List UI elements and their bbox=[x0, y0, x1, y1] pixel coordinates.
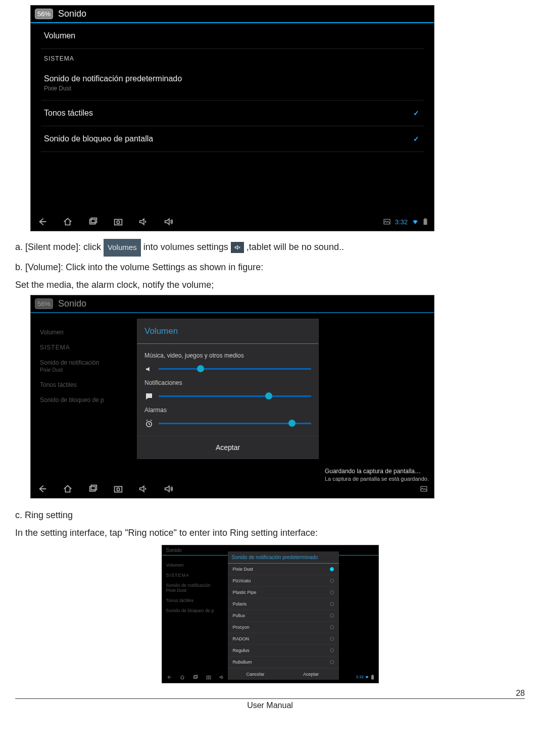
battery-icon bbox=[423, 218, 428, 225]
row-label: Sonido de notificación predeterminado bbox=[44, 74, 182, 83]
section-sistema: SISTEMA bbox=[41, 49, 424, 65]
radio-icon[interactable] bbox=[330, 648, 334, 652]
svg-rect-10 bbox=[115, 486, 122, 492]
svg-rect-6 bbox=[424, 218, 426, 219]
checkmark-icon[interactable]: ✓ bbox=[412, 109, 421, 118]
recent-apps-icon[interactable] bbox=[192, 674, 199, 680]
checkmark-icon[interactable]: ✓ bbox=[412, 134, 421, 143]
ringtone-row[interactable]: RADON bbox=[228, 633, 339, 645]
radio-icon[interactable] bbox=[330, 625, 334, 629]
ringtone-row[interactable]: Regulus bbox=[228, 645, 339, 657]
back-icon[interactable] bbox=[37, 483, 48, 494]
row-touch-tones[interactable]: Tonos táctiles ✓ bbox=[41, 100, 424, 126]
ringtone-row[interactable]: Rubidium bbox=[228, 657, 339, 668]
battery-badge: 56% bbox=[35, 9, 53, 19]
svg-point-11 bbox=[117, 488, 120, 491]
instruction-c-line2: In the setting interface, tap "Ring noti… bbox=[15, 526, 525, 540]
ringtone-row[interactable]: Polaris bbox=[228, 598, 339, 610]
row-sublabel: Pixie Dust bbox=[44, 85, 182, 92]
ringtone-row[interactable]: Pizzicato bbox=[228, 575, 339, 587]
instruction-c-line1: c. Ring setting bbox=[15, 509, 525, 522]
recent-apps-icon[interactable] bbox=[87, 216, 99, 227]
text: into volumes settings bbox=[143, 242, 228, 252]
clock-time: 3:32 bbox=[395, 218, 408, 226]
radio-icon[interactable] bbox=[330, 602, 334, 606]
screenshot-icon[interactable] bbox=[113, 216, 124, 227]
ringtone-label: Polaris bbox=[233, 601, 247, 607]
back-icon[interactable] bbox=[37, 216, 48, 227]
volume-down-icon[interactable] bbox=[219, 674, 225, 680]
radio-icon[interactable] bbox=[330, 637, 334, 641]
row-label: Volumen bbox=[44, 31, 75, 40]
ringtone-dialog: Sonido de notificación predeterminado Pi… bbox=[228, 551, 339, 680]
home-icon[interactable] bbox=[179, 674, 185, 680]
slider-alarm[interactable] bbox=[144, 417, 311, 431]
row-label: Tonos táctiles bbox=[44, 109, 93, 118]
header-bar: 56% Sonido bbox=[31, 6, 434, 23]
screenshot-sound-settings: 56% Sonido Volumen SISTEMA Sonido de not… bbox=[30, 5, 434, 231]
radio-icon[interactable] bbox=[330, 590, 334, 594]
volume-down-icon[interactable] bbox=[138, 216, 149, 227]
dialog-title: Volumen bbox=[137, 319, 318, 344]
ringtone-row[interactable]: Pixie Dust bbox=[228, 564, 339, 575]
ok-button[interactable]: Aceptar bbox=[283, 669, 339, 680]
slider-notif[interactable] bbox=[144, 389, 311, 404]
svg-rect-1 bbox=[91, 218, 96, 223]
svg-rect-2 bbox=[115, 219, 122, 225]
picture-icon bbox=[420, 485, 428, 493]
screenshot-volume-popup: 56% Sonido Volumen SISTEMA Sonido de not… bbox=[30, 295, 434, 498]
text: a. [Silent mode]: click bbox=[15, 242, 101, 252]
instruction-b-line1: b. [Volume]: Click into the volume Setti… bbox=[15, 261, 525, 274]
row-screen-lock-sound[interactable]: Sonido de bloqueo de pantalla ✓ bbox=[41, 126, 424, 152]
volume-dialog: Volumen Música, video, juegos y otros me… bbox=[137, 319, 319, 459]
row-label: Sonido de bloqueo de pantalla bbox=[44, 134, 153, 143]
ringtone-label: Pixie Dust bbox=[233, 567, 254, 572]
svg-rect-8 bbox=[90, 486, 95, 491]
wifi-icon bbox=[412, 218, 419, 225]
screen-title: Sonido bbox=[58, 9, 86, 19]
row-notif-sound[interactable]: Sonido de notificación predeterminado Pi… bbox=[41, 65, 424, 100]
svg-rect-0 bbox=[90, 219, 95, 224]
svg-rect-13 bbox=[193, 676, 197, 678]
screenshot-toast: Guardando la captura de pantalla… La cap… bbox=[325, 468, 429, 483]
ringtone-row[interactable]: Plastic Pipe bbox=[228, 587, 339, 598]
ringtone-label: Pollux bbox=[233, 613, 246, 618]
slider-media[interactable] bbox=[144, 362, 311, 376]
dimmed-sidebar: Volumen SISTEMA Sonido de notificaciónPi… bbox=[40, 321, 141, 412]
label-notif: Notificaciones bbox=[144, 379, 311, 386]
system-nav-bar: 3:32 bbox=[31, 213, 434, 231]
instruction-a: a. [Silent mode]: click Volumes into vol… bbox=[15, 239, 525, 257]
svg-rect-15 bbox=[207, 676, 211, 679]
row-volumen[interactable]: Volumen bbox=[41, 23, 424, 49]
screenshot-icon[interactable] bbox=[206, 674, 212, 680]
battery-icon bbox=[371, 675, 374, 680]
screen-title: Sonido bbox=[58, 298, 86, 309]
radio-icon[interactable] bbox=[330, 579, 334, 583]
radio-icon[interactable] bbox=[330, 660, 334, 664]
ringtone-row[interactable]: Procyon bbox=[228, 622, 339, 633]
text: ,tablet will be no sound.. bbox=[247, 242, 344, 252]
radio-icon[interactable] bbox=[330, 567, 334, 571]
ringtone-label: Pizzicato bbox=[233, 578, 251, 583]
recent-apps-icon[interactable] bbox=[87, 483, 99, 494]
volumes-button-image: Volumes bbox=[104, 239, 141, 257]
ringtone-row[interactable]: Pollux bbox=[228, 610, 339, 622]
volume-up-icon[interactable] bbox=[163, 216, 174, 227]
back-icon[interactable] bbox=[166, 674, 172, 680]
svg-point-16 bbox=[208, 677, 209, 678]
cancel-button[interactable]: Cancelar bbox=[228, 669, 283, 680]
home-icon[interactable] bbox=[62, 216, 73, 227]
home-icon[interactable] bbox=[62, 483, 73, 494]
chat-icon bbox=[144, 392, 154, 401]
volume-down-icon[interactable] bbox=[138, 483, 149, 494]
svg-rect-5 bbox=[424, 219, 427, 225]
page-footer: 28 User Manual bbox=[15, 698, 525, 710]
svg-rect-18 bbox=[372, 675, 373, 675]
volume-up-icon[interactable] bbox=[163, 483, 174, 494]
label-alarm: Alarmas bbox=[144, 407, 311, 414]
accept-button[interactable]: Aceptar bbox=[137, 436, 318, 459]
screenshot-icon[interactable] bbox=[113, 483, 124, 494]
dialog-title: Sonido de notificación predeterminado bbox=[228, 551, 339, 564]
radio-icon[interactable] bbox=[330, 614, 334, 618]
svg-point-3 bbox=[117, 221, 120, 224]
